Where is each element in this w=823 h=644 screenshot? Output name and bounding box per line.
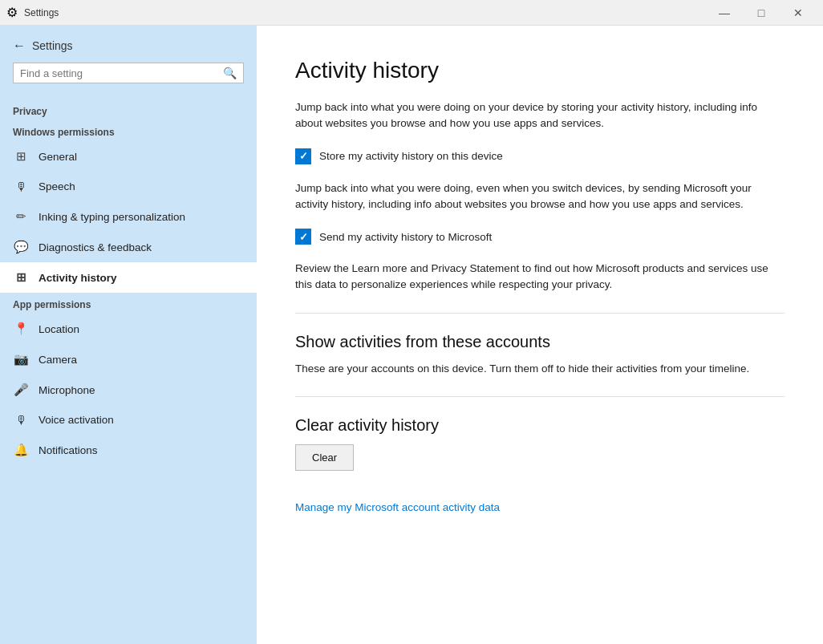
manage-account-link[interactable]: Manage my Microsoft account activity dat… (295, 501, 500, 513)
checkmark2-icon: ✓ (299, 231, 308, 243)
back-button[interactable]: ← Settings (13, 35, 73, 56)
sidebar-item-inking[interactable]: ✏ Inking & typing personalization (0, 201, 257, 232)
titlebar-title: Settings (24, 7, 59, 18)
sidebar-item-diagnostics[interactable]: 💬 Diagnostics & feedback (0, 232, 257, 262)
send-history-label: Send my activity history to Microsoft (319, 231, 492, 243)
titlebar: ⚙ Settings — □ ✕ (0, 0, 823, 26)
inking-icon: ✏ (13, 209, 29, 224)
sidebar-top: ← Settings 🔍 (0, 26, 257, 99)
sidebar-item-camera[interactable]: 📷 Camera (0, 344, 257, 375)
speech-label: Speech (39, 180, 244, 192)
settings-icon: ⚙ (6, 5, 18, 20)
activity-history-label: Activity history (39, 272, 244, 284)
checkmark1-icon: ✓ (299, 150, 308, 162)
minimize-button[interactable]: — (706, 0, 743, 26)
checkbox2-row: ✓ Send my activity history to Microsoft (295, 229, 784, 245)
divider1 (295, 313, 784, 314)
location-icon: 📍 (13, 322, 29, 336)
page-title: Activity history (295, 58, 784, 83)
checkbox1-row: ✓ Store my activity history on this devi… (295, 148, 784, 164)
search-input[interactable] (20, 67, 223, 79)
notifications-label: Notifications (39, 444, 244, 456)
intro-description: Jump back into what you were doing on yo… (295, 99, 784, 132)
sidebar-item-notifications[interactable]: 🔔 Notifications (0, 435, 257, 465)
section-privacy-label: Privacy (0, 99, 257, 120)
sidebar-item-speech[interactable]: 🎙 Speech (0, 172, 257, 201)
speech-icon: 🎙 (13, 180, 29, 193)
search-box: 🔍 (13, 63, 244, 83)
back-label: Settings (32, 39, 73, 52)
show-activities-desc: These are your accounts on this device. … (295, 361, 784, 377)
sidebar-item-location[interactable]: 📍 Location (0, 314, 257, 344)
windows-permissions-label: Windows permissions (0, 120, 257, 141)
microphone-icon: 🎤 (13, 383, 29, 397)
send-history-checkbox[interactable]: ✓ (295, 229, 311, 245)
sync-description: Jump back into what you were doing, even… (295, 180, 784, 213)
app-permissions-label: App permissions (0, 293, 257, 314)
general-icon: ⊞ (13, 149, 29, 164)
inking-label: Inking & typing personalization (39, 211, 244, 223)
search-icon: 🔍 (223, 67, 237, 79)
titlebar-controls: — □ ✕ (706, 0, 817, 26)
general-label: General (39, 151, 244, 163)
voice-icon: 🎙 (13, 413, 29, 427)
store-history-label: Store my activity history on this device (319, 150, 503, 162)
voice-label: Voice activation (39, 414, 244, 426)
location-label: Location (39, 323, 244, 335)
camera-label: Camera (39, 354, 244, 366)
sidebar-item-activity-history[interactable]: ⊞ Activity history (0, 262, 257, 293)
close-button[interactable]: ✕ (780, 0, 817, 26)
back-arrow-icon: ← (13, 38, 26, 53)
sidebar-item-general[interactable]: ⊞ General (0, 141, 257, 172)
clear-button[interactable]: Clear (295, 444, 354, 471)
notifications-icon: 🔔 (13, 443, 29, 457)
diagnostics-icon: 💬 (13, 240, 29, 254)
activity-history-icon: ⊞ (13, 270, 29, 285)
main-content: Activity history Jump back into what you… (257, 26, 823, 644)
sidebar-item-voice-activation[interactable]: 🎙 Voice activation (0, 405, 257, 435)
store-history-checkbox[interactable]: ✓ (295, 148, 311, 164)
sidebar-item-microphone[interactable]: 🎤 Microphone (0, 375, 257, 405)
microphone-label: Microphone (39, 384, 244, 396)
sidebar: ← Settings 🔍 Privacy Windows permissions… (0, 26, 257, 644)
camera-icon: 📷 (13, 352, 29, 367)
privacy-description: Review the Learn more and Privacy Statem… (295, 261, 784, 294)
show-activities-title: Show activities from these accounts (295, 333, 784, 351)
titlebar-left: ⚙ Settings (6, 5, 59, 20)
diagnostics-label: Diagnostics & feedback (39, 241, 244, 253)
app-body: ← Settings 🔍 Privacy Windows permissions… (0, 26, 823, 644)
divider2 (295, 396, 784, 397)
maximize-button[interactable]: □ (743, 0, 780, 26)
clear-history-title: Clear activity history (295, 416, 784, 435)
